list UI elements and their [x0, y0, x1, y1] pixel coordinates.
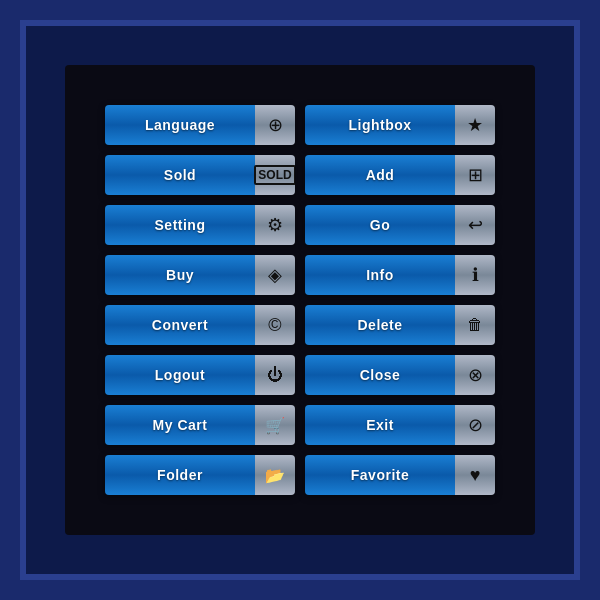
lightbox-label: Lightbox	[305, 105, 455, 145]
buy-icon: ◈	[255, 255, 295, 295]
buy-label: Buy	[105, 255, 255, 295]
close-icon: ⊗	[455, 355, 495, 395]
sold-label: Sold	[105, 155, 255, 195]
close-label: Close	[305, 355, 455, 395]
language-icon: ⊕	[255, 105, 295, 145]
delete-label: Delete	[305, 305, 455, 345]
lightbox-icon: ★	[455, 105, 495, 145]
outer-border: Language⊕Lightbox★SoldSOLDAdd⊞Setting⚙Go…	[20, 20, 580, 580]
exit-label: Exit	[305, 405, 455, 445]
sold-icon: SOLD	[255, 155, 295, 195]
logout-icon: ⏻	[255, 355, 295, 395]
exit-icon: ⊘	[455, 405, 495, 445]
add-icon: ⊞	[455, 155, 495, 195]
go-button[interactable]: Go↩	[305, 205, 495, 245]
sold-button[interactable]: SoldSOLD	[105, 155, 295, 195]
close-button[interactable]: Close⊗	[305, 355, 495, 395]
convert-button[interactable]: Convert©	[105, 305, 295, 345]
button-grid: Language⊕Lightbox★SoldSOLDAdd⊞Setting⚙Go…	[95, 95, 505, 505]
lightbox-button[interactable]: Lightbox★	[305, 105, 495, 145]
language-button[interactable]: Language⊕	[105, 105, 295, 145]
language-label: Language	[105, 105, 255, 145]
folder-icon: 📂	[255, 455, 295, 495]
buy-button[interactable]: Buy◈	[105, 255, 295, 295]
logout-button[interactable]: Logout⏻	[105, 355, 295, 395]
info-icon: ℹ	[455, 255, 495, 295]
folder-button[interactable]: Folder📂	[105, 455, 295, 495]
add-label: Add	[305, 155, 455, 195]
delete-button[interactable]: Delete🗑	[305, 305, 495, 345]
my-cart-icon: 🛒	[255, 405, 295, 445]
delete-icon: 🗑	[455, 305, 495, 345]
folder-label: Folder	[105, 455, 255, 495]
add-button[interactable]: Add⊞	[305, 155, 495, 195]
go-icon: ↩	[455, 205, 495, 245]
favorite-icon: ♥	[455, 455, 495, 495]
setting-icon: ⚙	[255, 205, 295, 245]
inner-panel: Language⊕Lightbox★SoldSOLDAdd⊞Setting⚙Go…	[65, 65, 535, 535]
exit-button[interactable]: Exit⊘	[305, 405, 495, 445]
setting-label: Setting	[105, 205, 255, 245]
go-label: Go	[305, 205, 455, 245]
my-cart-button[interactable]: My Cart🛒	[105, 405, 295, 445]
my-cart-label: My Cart	[105, 405, 255, 445]
info-button[interactable]: Infoℹ	[305, 255, 495, 295]
info-label: Info	[305, 255, 455, 295]
setting-button[interactable]: Setting⚙	[105, 205, 295, 245]
favorite-button[interactable]: Favorite♥	[305, 455, 495, 495]
convert-label: Convert	[105, 305, 255, 345]
logout-label: Logout	[105, 355, 255, 395]
convert-icon: ©	[255, 305, 295, 345]
favorite-label: Favorite	[305, 455, 455, 495]
